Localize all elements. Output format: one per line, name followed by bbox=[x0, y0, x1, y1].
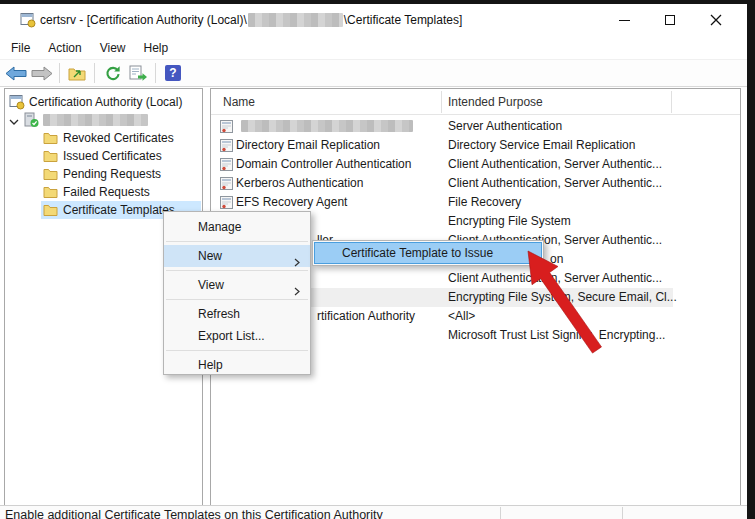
context-menu-item-view[interactable]: View bbox=[164, 274, 310, 296]
redacted-template-name bbox=[241, 120, 413, 132]
screen-edge bbox=[747, 0, 755, 519]
menu-separator bbox=[166, 241, 308, 242]
cell-intended-purpose: <All> bbox=[448, 309, 475, 323]
context-menu-item-manage[interactable]: Manage bbox=[164, 216, 310, 238]
minimize-icon bbox=[619, 20, 630, 21]
menu-help[interactable]: Help bbox=[137, 38, 176, 58]
help-icon: ? bbox=[165, 65, 181, 81]
certificate-template-icon bbox=[220, 139, 233, 155]
folder-icon bbox=[43, 150, 58, 165]
cell-intended-purpose: Server Authentication bbox=[448, 119, 562, 133]
menu-separator bbox=[166, 350, 308, 351]
cell-name-partial: rtification Authority bbox=[317, 309, 415, 323]
status-message: Enable additional Certificate Templates … bbox=[5, 508, 383, 519]
tree-item-label: Revoked Certificates bbox=[63, 131, 174, 145]
toolbar: ? bbox=[0, 60, 747, 87]
cell-intended-purpose-partial: on bbox=[550, 252, 563, 266]
cell-intended-purpose: Encrypting File System, Secure Email, Cl… bbox=[448, 290, 677, 304]
context-menu-item-help[interactable]: Help bbox=[164, 354, 310, 376]
column-divider[interactable] bbox=[671, 91, 672, 113]
column-divider[interactable] bbox=[441, 91, 442, 113]
submenu-item-certificate-template-to-issue[interactable]: Certificate Template to Issue bbox=[314, 242, 542, 264]
window-controls bbox=[601, 4, 739, 36]
minimize-button[interactable] bbox=[601, 4, 647, 36]
submenu-arrow-icon bbox=[294, 281, 300, 303]
context-menu-item-export-list[interactable]: Export List... bbox=[164, 325, 310, 347]
show-console-tree-button[interactable] bbox=[64, 62, 90, 84]
folder-icon bbox=[43, 168, 58, 183]
help-button[interactable]: ? bbox=[160, 62, 186, 84]
certsrv-app-icon bbox=[20, 12, 36, 28]
redacted-server-name bbox=[248, 13, 343, 27]
tree-item-label: Issued Certificates bbox=[63, 149, 162, 163]
close-button[interactable] bbox=[693, 4, 739, 36]
window-title-suffix: \Certificate Templates] bbox=[344, 13, 463, 27]
new-submenu: Certificate Template to Issue bbox=[312, 240, 544, 266]
maximize-button[interactable] bbox=[647, 4, 693, 36]
refresh-icon bbox=[104, 65, 121, 82]
tree-item-revoked-certificates[interactable]: Revoked Certificates bbox=[5, 129, 202, 147]
tree-item-label: Certificate Templates bbox=[63, 203, 175, 217]
certificate-template-icon bbox=[220, 158, 233, 174]
tree-item-label: Pending Requests bbox=[63, 167, 161, 181]
cell-intended-purpose: Client Authentication, Server Authentic.… bbox=[448, 271, 662, 285]
list-row[interactable]: Server Authentication bbox=[211, 117, 740, 136]
forward-arrow-icon bbox=[31, 66, 53, 81]
status-bar: Enable additional Certificate Templates … bbox=[0, 505, 747, 519]
cell-intended-purpose: File Recovery bbox=[448, 195, 521, 209]
forward-button[interactable] bbox=[29, 62, 55, 84]
screen-edge bbox=[0, 0, 755, 4]
folder-icon bbox=[43, 132, 58, 147]
window-title: certsrv - [Certification Authority (Loca… bbox=[40, 13, 462, 29]
menu-view[interactable]: View bbox=[93, 38, 133, 58]
cell-name: Directory Email Replication bbox=[236, 138, 380, 152]
console-tree-folder-icon bbox=[68, 66, 86, 81]
cell-intended-purpose: Client Authentication, Server Authentic.… bbox=[448, 157, 662, 171]
refresh-button[interactable] bbox=[99, 62, 125, 84]
statusbar-separator bbox=[622, 507, 623, 519]
certificate-template-icon bbox=[220, 196, 233, 212]
menu-bar: File Action View Help bbox=[0, 36, 747, 60]
menu-item-label: New bbox=[198, 249, 222, 263]
tree-item-label: Failed Requests bbox=[63, 185, 150, 199]
tree-root-node[interactable]: Certification Authority (Local) bbox=[5, 93, 202, 111]
maximize-icon bbox=[665, 15, 675, 25]
column-header-name[interactable]: Name bbox=[223, 95, 255, 109]
folder-icon bbox=[43, 186, 58, 201]
tree-item-failed-requests[interactable]: Failed Requests bbox=[5, 183, 202, 201]
back-button[interactable] bbox=[3, 62, 29, 84]
folder-icon bbox=[43, 204, 58, 219]
title-bar: certsrv - [Certification Authority (Loca… bbox=[0, 4, 747, 36]
chevron-down-icon[interactable] bbox=[9, 115, 19, 129]
cell-intended-purpose: Microsoft Trust List Signing, Encrypting… bbox=[448, 328, 665, 342]
context-menu-item-refresh[interactable]: Refresh bbox=[164, 303, 310, 325]
cell-name: EFS Recovery Agent bbox=[236, 195, 347, 209]
tree-ca-server-node[interactable] bbox=[5, 111, 202, 129]
tree-root-label: Certification Authority (Local) bbox=[29, 95, 182, 109]
menu-item-label: View bbox=[198, 278, 224, 292]
back-arrow-icon bbox=[5, 66, 27, 81]
menu-action[interactable]: Action bbox=[41, 38, 88, 58]
context-menu-item-new[interactable]: New bbox=[164, 245, 310, 267]
export-list-button[interactable] bbox=[125, 62, 151, 84]
submenu-arrow-icon bbox=[294, 252, 300, 274]
toolbar-separator bbox=[94, 63, 95, 83]
list-row[interactable]: Kerberos Authentication Client Authentic… bbox=[211, 174, 740, 193]
list-header: Name Intended Purpose bbox=[211, 89, 740, 115]
tree-item-pending-requests[interactable]: Pending Requests bbox=[5, 165, 202, 183]
cell-intended-purpose: Encrypting File System bbox=[448, 214, 571, 228]
list-row[interactable]: Directory Email Replication Directory Se… bbox=[211, 136, 740, 155]
cell-intended-purpose: Client Authentication, Server Authentic.… bbox=[448, 176, 662, 190]
tree-item-issued-certificates[interactable]: Issued Certificates bbox=[5, 147, 202, 165]
menu-file[interactable]: File bbox=[4, 38, 37, 58]
certificate-template-icon bbox=[220, 177, 233, 193]
column-header-intended-purpose[interactable]: Intended Purpose bbox=[448, 95, 543, 109]
list-row[interactable]: EFS Recovery Agent File Recovery bbox=[211, 193, 740, 212]
list-row[interactable]: Domain Controller Authentication Client … bbox=[211, 155, 740, 174]
close-icon bbox=[710, 14, 722, 26]
export-list-icon bbox=[129, 65, 148, 81]
toolbar-separator bbox=[155, 63, 156, 83]
window-title-prefix: certsrv - [Certification Authority (Loca… bbox=[40, 13, 247, 27]
certificate-template-icon bbox=[220, 120, 233, 136]
menu-separator bbox=[166, 270, 308, 271]
